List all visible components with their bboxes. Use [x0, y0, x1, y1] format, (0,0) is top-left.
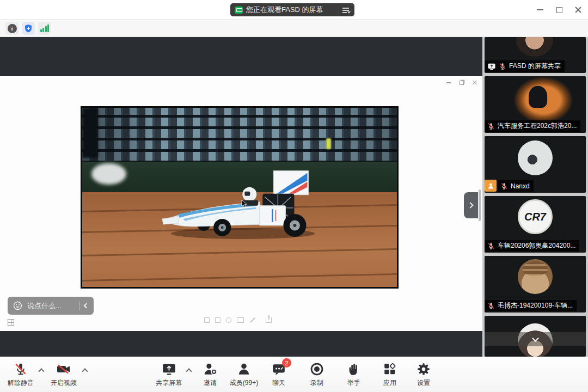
- camera-muted-icon: [56, 362, 71, 376]
- meeting-toolbar: i 07:18 演讲者视图: [0, 20, 588, 37]
- participant-tile[interactable]: Nanxd: [485, 136, 586, 193]
- inner-restore-button[interactable]: [456, 78, 467, 87]
- mic-muted-icon: [14, 362, 28, 376]
- spectator-silhouette: [82, 108, 98, 158]
- start-video-button[interactable]: 开启视频: [43, 362, 84, 388]
- chat-input[interactable]: 说点什么...: [27, 301, 74, 311]
- participant-tile[interactable]: 毛博杰-194200109-车辆...: [485, 256, 586, 313]
- raise-hand-button[interactable]: 举手: [333, 362, 375, 388]
- banner-menu-icon[interactable]: [342, 7, 350, 13]
- participant-name-tag: FASD 的屏幕共享: [485, 60, 565, 72]
- maximize-button[interactable]: [549, 0, 569, 20]
- participant-name: 汽车服务工程202c郭浩20...: [498, 121, 577, 131]
- network-status-button[interactable]: [38, 22, 51, 35]
- emoji-smiley-icon: [13, 301, 22, 310]
- security-button[interactable]: [22, 22, 35, 35]
- button-label: 共享屏幕: [156, 378, 182, 388]
- minimize-button[interactable]: [530, 0, 550, 20]
- avatar: [518, 259, 553, 294]
- participant-tile[interactable]: CR7 车辆20206郭奥赢204200...: [485, 196, 586, 253]
- minimize-icon: [537, 9, 543, 10]
- restore-icon: [460, 81, 464, 85]
- watching-banner[interactable]: 您正在观看FASD 的屏幕: [230, 3, 354, 16]
- participant-name-tag: Nanxd: [498, 180, 534, 192]
- close-icon: [473, 81, 477, 85]
- inner-close-button[interactable]: [469, 78, 480, 87]
- shield-plus-icon: [24, 24, 33, 33]
- annotation-toolbar[interactable]: [204, 317, 272, 323]
- close-button[interactable]: [568, 0, 588, 20]
- save-tool-icon[interactable]: [266, 317, 272, 323]
- control-bar: 解除静音 开启视频 共享屏幕: [0, 357, 588, 392]
- unmute-button[interactable]: 解除静音: [0, 362, 41, 388]
- participant-tile[interactable]: FASD 的屏幕共享: [485, 37, 586, 73]
- video-person-silhouette: [529, 86, 547, 108]
- collapse-sidebar-tab[interactable]: [464, 192, 478, 218]
- grid-view-icon[interactable]: [8, 319, 14, 326]
- avatar: [515, 37, 554, 57]
- shared-screen-bottom-letterbox: [0, 331, 482, 357]
- collapse-chat-icon[interactable]: [84, 303, 89, 309]
- mouse-cursor: [241, 200, 248, 209]
- divider: [339, 6, 339, 14]
- maximize-icon: [556, 7, 562, 13]
- inner-minimize-button[interactable]: [443, 78, 454, 87]
- record-button[interactable]: 录制: [296, 362, 338, 388]
- apps-grid-icon: [383, 362, 397, 376]
- night-building-backdrop: [82, 108, 397, 163]
- participant-name-tag: 汽车服务工程202c郭浩20...: [485, 120, 580, 132]
- share-screen-button[interactable]: 共享屏幕: [148, 362, 189, 388]
- participant-name: 车辆20206郭奥赢204200...: [498, 241, 575, 250]
- mic-muted-icon: [487, 302, 495, 310]
- signal-bars-icon: [40, 24, 50, 32]
- participant-name: Nanxd: [511, 182, 530, 190]
- avatar-text: CR7: [524, 211, 546, 223]
- mic-muted-icon: [499, 63, 506, 70]
- mic-muted-icon: [487, 242, 495, 250]
- shared-content-canvas: 说点什么...: [0, 76, 482, 331]
- tool-icon[interactable]: [215, 317, 220, 323]
- meeting-window: 您正在观看FASD 的屏幕 i 07:18 演讲者视图: [0, 0, 588, 392]
- participant-name-tag: 毛博杰-194200109-车辆...: [485, 300, 577, 311]
- button-label: 开启视频: [51, 378, 77, 388]
- scroll-more-indicator[interactable]: [485, 332, 586, 346]
- avatar: [518, 140, 553, 175]
- screen-share-active-icon: [235, 7, 243, 14]
- button-label: 解除静音: [8, 378, 34, 388]
- record-icon: [310, 362, 324, 376]
- divider: [79, 302, 79, 310]
- participant-tile[interactable]: [485, 316, 586, 357]
- white-blur-object: [91, 163, 126, 185]
- watching-title: 您正在观看FASD 的屏幕: [246, 5, 323, 15]
- meeting-info-button[interactable]: i: [5, 22, 19, 35]
- scrollbar[interactable]: [479, 189, 481, 221]
- participant-name-tag: 车辆20206郭奥赢204200...: [485, 240, 579, 252]
- raise-hand-icon: [347, 362, 361, 376]
- button-label: 设置: [417, 378, 430, 388]
- button-label: 举手: [347, 378, 360, 388]
- chat-button[interactable]: 2 聊天: [258, 362, 299, 388]
- button-label: 邀请: [204, 378, 217, 388]
- shared-screen-region: 说点什么...: [0, 37, 482, 357]
- mic-muted-icon: [500, 182, 508, 190]
- gear-icon: [416, 362, 431, 376]
- tool-icon[interactable]: [226, 317, 231, 323]
- settings-button[interactable]: 设置: [403, 362, 444, 388]
- guest-user-badge: [485, 180, 497, 192]
- mic-muted-icon: [487, 122, 495, 130]
- info-icon: i: [8, 24, 17, 33]
- chat-unread-badge: 2: [282, 358, 291, 367]
- button-label: 聊天: [272, 378, 285, 388]
- shared-video-frame[interactable]: [81, 106, 399, 289]
- close-icon: [575, 7, 581, 13]
- pen-tool-icon[interactable]: [250, 317, 255, 323]
- tool-icon[interactable]: [204, 317, 210, 323]
- tool-icon[interactable]: [237, 317, 244, 323]
- button-label: 录制: [310, 378, 323, 388]
- quick-chat-bubble[interactable]: 说点什么...: [8, 297, 94, 315]
- person-icon: [487, 182, 494, 189]
- participant-tile[interactable]: 汽车服务工程202c郭浩20...: [485, 76, 586, 133]
- invite-person-icon: [203, 362, 217, 376]
- minimize-icon: [446, 82, 451, 83]
- participant-name: FASD 的屏幕共享: [509, 62, 561, 71]
